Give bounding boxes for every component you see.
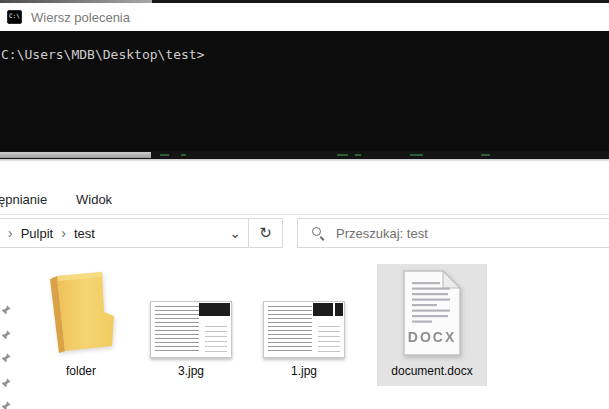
pin-icon xyxy=(1,305,11,315)
search-box[interactable]: Przeszukaj: test xyxy=(297,218,609,248)
chevron-right-icon: › xyxy=(61,226,66,240)
cmd-titlebar[interactable]: C:\ Wiersz polecenia xyxy=(0,3,609,31)
cmd-window-title: Wiersz polecenia xyxy=(31,10,130,25)
address-bar[interactable]: › Pulpit › test ⌄ ↻ xyxy=(0,218,283,248)
file-explorer-window: ępnianie Widok › Pulpit › test ⌄ ↻ Przes… xyxy=(0,159,609,409)
chevron-down-icon[interactable]: ⌄ xyxy=(222,228,248,238)
pin-icon xyxy=(1,330,11,340)
scrollbar-artifact xyxy=(160,154,169,156)
ribbon-tab-bar: ępnianie Widok xyxy=(0,189,609,213)
chevron-right-icon: › xyxy=(8,226,13,240)
scrollbar-artifact xyxy=(337,154,348,156)
cmd-prompt-line: C:\Users\MDB\Desktop\test> xyxy=(1,47,205,62)
explorer-top-shadow xyxy=(0,159,609,162)
file-item-3jpg[interactable]: 3.jpg xyxy=(136,264,246,386)
file-item-1jpg[interactable]: 1.jpg xyxy=(249,264,359,386)
file-item-document-docx[interactable]: DOCX document.docx xyxy=(377,264,487,386)
pin-icon xyxy=(1,378,11,388)
folder-icon xyxy=(46,271,116,355)
refresh-button[interactable]: ↻ xyxy=(249,219,282,247)
search-placeholder: Przeszukaj: test xyxy=(336,226,428,241)
pin-icon xyxy=(1,353,11,363)
docx-file-icon: DOCX xyxy=(401,270,463,356)
cmd-horizontal-scrollbar[interactable] xyxy=(0,151,609,159)
scrollbar-artifact xyxy=(181,154,186,156)
tab-share-partial[interactable]: ępnianie xyxy=(0,192,47,207)
ribbon-divider xyxy=(0,214,609,215)
breadcrumb-test[interactable]: test xyxy=(67,226,102,241)
search-icon xyxy=(312,226,326,240)
file-label: 3.jpg xyxy=(136,364,246,378)
scrollbar-artifact xyxy=(355,154,361,156)
cmd-scrollbar-thumb[interactable] xyxy=(0,152,151,158)
tab-view[interactable]: Widok xyxy=(76,192,112,207)
image-thumbnail xyxy=(263,301,345,358)
file-label: folder xyxy=(26,364,136,378)
breadcrumb-pulpit[interactable]: Pulpit xyxy=(14,226,61,241)
file-label: document.docx xyxy=(377,364,487,378)
docx-badge-text: DOCX xyxy=(408,329,456,345)
scrollbar-artifact xyxy=(410,154,423,156)
screenshot-root: C:\ Wiersz polecenia C:\Users\MDB\Deskto… xyxy=(0,0,609,409)
cmd-terminal[interactable]: C:\Users\MDB\Desktop\test> xyxy=(0,31,609,151)
file-label: 1.jpg xyxy=(249,364,359,378)
cmd-icon: C:\ xyxy=(7,10,22,24)
pin-icon xyxy=(1,401,11,409)
scrollbar-artifact xyxy=(481,154,490,156)
file-item-folder[interactable]: folder xyxy=(26,264,136,386)
image-thumbnail xyxy=(150,301,232,358)
